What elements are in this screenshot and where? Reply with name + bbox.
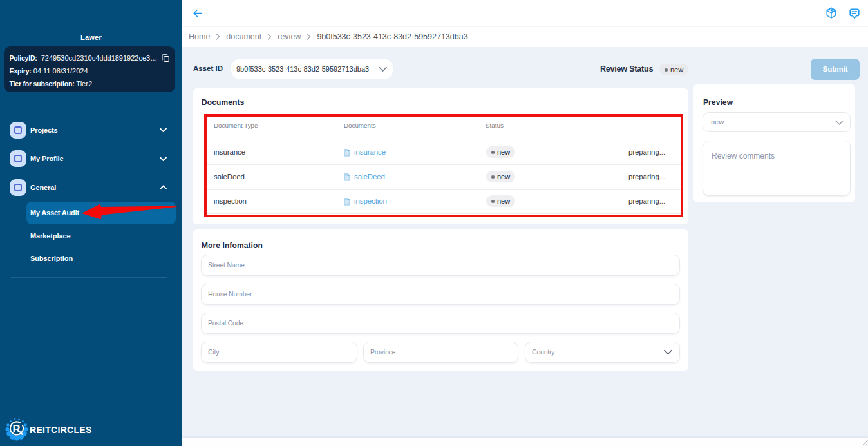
svg-text:R: R [13,423,21,434]
